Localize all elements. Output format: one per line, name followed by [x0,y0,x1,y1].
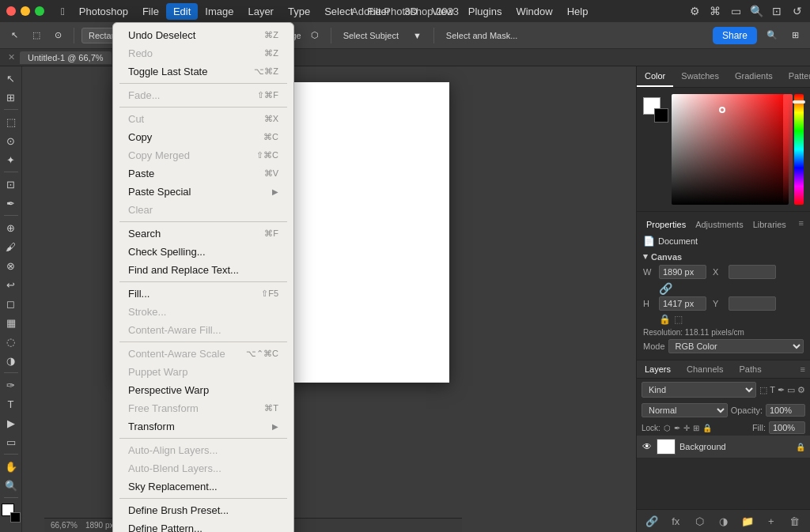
alpha-slider[interactable] [783,94,793,205]
lasso-tool[interactable]: ⊙ [2,132,20,149]
menu-transform[interactable]: Transform ▶ [115,417,291,436]
dodge-tool[interactable]: ◑ [2,352,20,369]
menu-window[interactable]: Window [509,3,559,20]
hue-slider[interactable] [794,94,804,205]
tab-properties[interactable]: Properties [643,218,689,231]
menu-file[interactable]: File [135,3,166,20]
menu-fill[interactable]: Fill... ⇧F5 [115,285,291,303]
tab-swatches[interactable]: Swatches [673,66,727,87]
menu-clear[interactable]: Clear [115,201,291,219]
toolbar-search-btn[interactable]: 🔍 [762,28,782,43]
tab-channels[interactable]: Channels [679,360,731,378]
close-button[interactable] [6,6,16,16]
tab-gradients[interactable]: Gradients [727,66,781,87]
menu-undo-deselect[interactable]: Undo Deselect ⌘Z [115,26,291,44]
crop-tool[interactable]: ⊡ [2,175,20,193]
menu-define-pattern[interactable]: Define Pattern... [115,519,291,532]
menu-check-spelling[interactable]: Check Spelling... [115,243,291,261]
select-subject-dropdown[interactable]: ▼ [408,28,426,43]
move-tool[interactable]: ↖ [2,70,20,87]
canvas-y-input[interactable] [729,296,776,311]
menu-copy[interactable]: Copy ⌘C [115,128,291,146]
lock-transparent-icon[interactable]: ⬡ [664,424,671,432]
menu-edit[interactable]: Edit [166,3,198,20]
menu-stroke[interactable]: Stroke... [115,303,291,321]
menu-photoshop[interactable]: Photoshop [72,3,135,20]
blur-tool[interactable]: ◌ [2,333,20,350]
background-swatch[interactable] [654,108,668,123]
menu-copy-merged[interactable]: Copy Merged ⇧⌘C [115,146,291,164]
lock-artboards-icon[interactable]: ⊞ [693,424,699,432]
menu-redo[interactable]: Redo ⌘Z [115,44,291,62]
menu-find-replace[interactable]: Find and Replace Text... [115,261,291,279]
adjustment-layer-btn[interactable]: ◑ [715,513,731,529]
menu-content-aware-scale[interactable]: Content-Aware Scale ⌥⌃⌘C [115,345,291,363]
clone-tool[interactable]: ⊗ [2,257,20,274]
lock-pixels-icon[interactable]: ✒ [674,424,680,432]
menu-plugins[interactable]: Plugins [461,3,509,20]
menu-cut[interactable]: Cut ⌘X [115,110,291,128]
link-layers-btn[interactable]: 🔗 [644,513,660,529]
doc-tab[interactable]: Untitled-1 @ 66,7% [20,51,112,64]
search-icon[interactable]: 🔍 [750,5,763,17]
menu-layer[interactable]: Layer [240,3,281,20]
share-button[interactable]: Share [713,27,757,44]
menu-define-brush[interactable]: Define Brush Preset... [115,501,291,519]
menu-paste-special[interactable]: Paste Special ▶ [115,183,291,201]
move-tool-btn[interactable]: ↖ [6,28,23,43]
color-spectrum[interactable] [672,94,789,205]
canvas-portrait-icon[interactable]: 🔒 [659,314,671,325]
menu-search[interactable]: Search ⌘F [115,224,291,243]
select-mask-btn[interactable]: Select and Mask... [441,28,523,43]
menu-auto-align[interactable]: Auto-Align Layers... [115,441,291,459]
zoom-tool[interactable]: 🔍 [2,477,20,494]
gradient-tool[interactable]: ▦ [2,314,20,331]
menu-image[interactable]: Image [198,3,240,20]
type-tool[interactable]: T [2,395,20,413]
tab-paths[interactable]: Paths [732,360,770,378]
healing-tool[interactable]: ⊕ [2,219,20,236]
layer-background[interactable]: 👁 Background 🔒 [637,436,810,458]
fill-input[interactable] [769,421,805,434]
delete-layer-btn[interactable]: 🗑 [787,513,803,529]
shape-tool[interactable]: ▭ [2,433,20,451]
layer-visibility-toggle[interactable]: 👁 [642,441,653,452]
tab-adjustments[interactable]: Adjustments [692,218,747,231]
layer-group-btn[interactable]: 📁 [740,513,755,529]
menu-free-transform[interactable]: Free Transform ⌘T [115,399,291,417]
menu-auto-blend[interactable]: Auto-Blend Layers... [115,459,291,477]
new-layer-btn[interactable]: + [763,513,779,529]
eraser-tool[interactable]: ◻ [2,295,20,312]
close-doc-icon[interactable]: ✕ [8,52,15,62]
toolbar-more-btn[interactable]: ⊞ [787,28,804,43]
pen-tool[interactable]: ✑ [2,376,20,394]
tab-patterns[interactable]: Patterns [781,66,810,87]
menu-perspective-warp[interactable]: Perspective Warp [115,381,291,399]
canvas-width-input[interactable] [659,265,706,279]
brush-tool[interactable]: 🖌 [2,238,20,255]
canvas-height-input[interactable] [659,296,706,311]
layer-mask-btn[interactable]: ⬡ [691,513,707,529]
hand-tool[interactable]: ✋ [2,458,20,475]
menu-apple[interactable]:  [54,3,72,20]
color-mode-select[interactable]: RGB Color [668,339,804,353]
canvas-x-input[interactable] [729,265,776,279]
edit-menu[interactable]: Undo Deselect ⌘Z Redo ⌘Z Toggle Last Sta… [112,22,294,532]
background-color-swatch[interactable] [10,512,21,523]
menu-puppet-warp[interactable]: Puppet Warp [115,363,291,381]
eyedropper-tool[interactable]: ✒ [2,194,20,212]
blend-mode-select[interactable]: Normal [642,403,728,417]
tab-libraries[interactable]: Libraries [750,218,789,231]
minimize-button[interactable] [21,6,30,16]
history-brush-tool[interactable]: ↩ [2,276,20,293]
link-icon[interactable]: 🔗 [659,282,672,295]
menu-sky-replacement[interactable]: Sky Replacement... [115,477,291,496]
layers-panel-options-icon[interactable]: ≡ [796,360,810,378]
path-selection-tool[interactable]: ▶ [2,414,20,432]
artboard-tool[interactable]: ⊞ [2,89,20,106]
tab-layers[interactable]: Layers [637,360,679,378]
properties-panel-options-icon[interactable]: ≡ [799,218,804,231]
marquee-tool[interactable]: ⬚ [2,113,20,130]
tab-color[interactable]: Color [637,66,673,87]
menu-content-aware-fill[interactable]: Content-Aware Fill... [115,321,291,339]
